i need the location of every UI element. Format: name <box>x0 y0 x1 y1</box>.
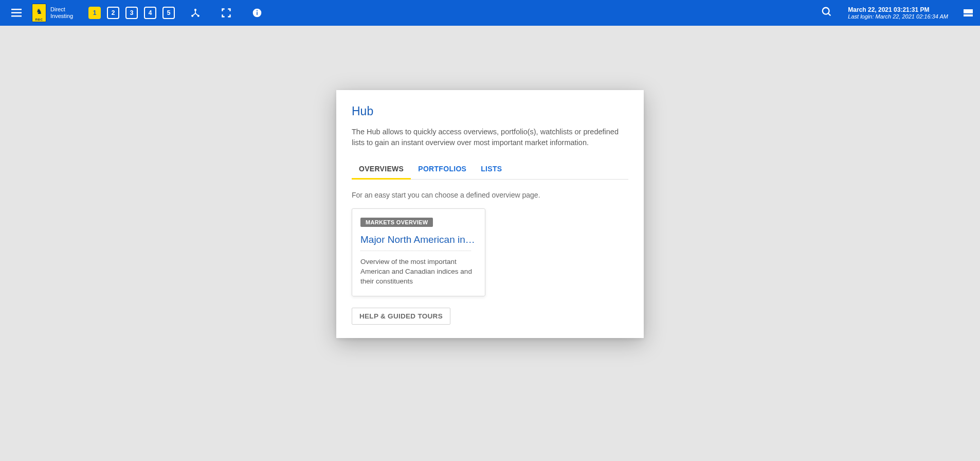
current-datetime: March 22, 2021 03:21:31 PM <box>848 6 948 13</box>
tab-hint: For an easy start you can choose a defin… <box>352 191 628 199</box>
svg-rect-7 <box>257 12 258 15</box>
help-button[interactable]: HELP & GUIDED TOURS <box>352 308 450 325</box>
svg-point-3 <box>194 9 196 11</box>
svg-point-9 <box>823 8 829 14</box>
brand-text: Direct Investing <box>50 6 73 20</box>
overview-card-title: Major North American in… <box>360 234 477 251</box>
last-login: Last login: March 22, 2021 02:16:34 AM <box>848 13 948 20</box>
search-icon <box>821 6 832 17</box>
workspace-tab-2[interactable]: 2 <box>107 7 119 19</box>
toolbar-icons <box>190 8 262 18</box>
workspace-tab-4[interactable]: 4 <box>144 7 156 19</box>
menu-button[interactable] <box>7 5 26 21</box>
workspace-tab-5[interactable]: 5 <box>162 7 175 19</box>
tab-portfolios[interactable]: PORTFOLIOS <box>411 159 474 180</box>
svg-rect-2 <box>11 15 22 17</box>
overview-badge: MARKETS OVERVIEW <box>360 218 433 227</box>
hub-title: Hub <box>352 104 628 118</box>
info-icon[interactable] <box>252 8 262 18</box>
content-area: Hub The Hub allows to quickly access ove… <box>0 26 980 461</box>
topbar-right: March 22, 2021 03:21:31 PM Last login: M… <box>821 6 973 20</box>
tab-lists[interactable]: LISTS <box>474 159 509 180</box>
datetime-display: March 22, 2021 03:21:31 PM Last login: M… <box>848 6 948 20</box>
svg-rect-0 <box>11 9 22 10</box>
topbar: ♞ Direct Investing 1 2 3 4 5 <box>0 0 980 26</box>
fullscreen-icon[interactable] <box>221 8 231 18</box>
rbc-logo-icon: ♞ <box>32 4 46 22</box>
workspace-tab-3[interactable]: 3 <box>125 7 138 19</box>
merge-icon[interactable] <box>190 8 201 18</box>
svg-rect-1 <box>11 12 22 14</box>
workspace-tabs: 1 2 3 4 5 <box>88 7 175 19</box>
hub-tabs: OVERVIEWS PORTFOLIOS LISTS <box>352 159 628 180</box>
overview-card-description: Overview of the most important American … <box>360 257 477 287</box>
divider <box>360 251 471 251</box>
brand-logo[interactable]: ♞ Direct Investing <box>32 4 73 22</box>
overview-card-markets[interactable]: MARKETS OVERVIEW Major North American in… <box>352 208 485 296</box>
hamburger-icon <box>11 9 22 17</box>
hub-description: The Hub allows to quickly access overvie… <box>352 127 628 148</box>
tab-overviews[interactable]: OVERVIEWS <box>352 159 411 180</box>
hub-card: Hub The Hub allows to quickly access ove… <box>336 90 644 338</box>
workspace-tab-1[interactable]: 1 <box>88 7 101 19</box>
svg-line-10 <box>828 13 831 16</box>
layout-button[interactable] <box>964 9 973 16</box>
svg-point-8 <box>257 10 258 11</box>
search-button[interactable] <box>821 6 832 20</box>
